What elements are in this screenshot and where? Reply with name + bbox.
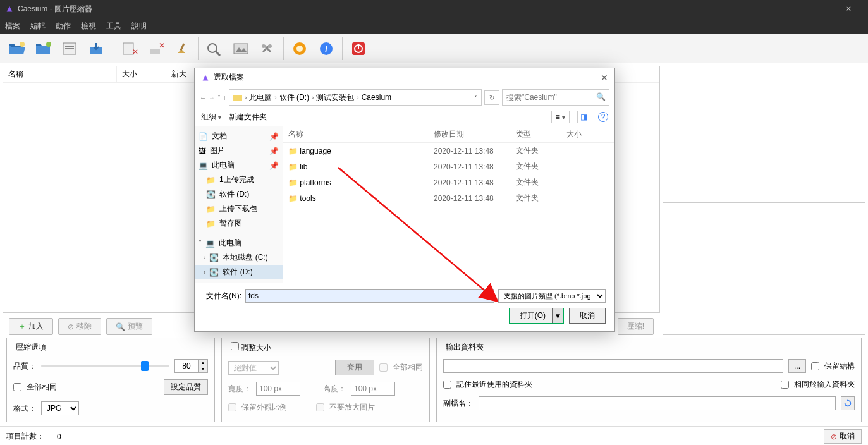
height-input[interactable]	[351, 382, 395, 396]
zoom-icon[interactable]	[202, 37, 226, 61]
open-folder-icon[interactable]	[32, 37, 56, 61]
suffix-input[interactable]	[479, 396, 836, 410]
refresh-icon[interactable]	[841, 396, 855, 410]
export-icon[interactable]: ✕	[144, 37, 168, 61]
svg-marker-23	[847, 399, 849, 402]
titlebar: Caesium - 圖片壓縮器 ─ ☐ ✕	[0, 0, 868, 18]
format-select[interactable]: JPG	[41, 401, 79, 415]
same-as-input-label: 相同於輸入資料夾	[794, 379, 855, 390]
svg-point-1	[20, 42, 25, 47]
menu-action[interactable]: 動作	[56, 21, 71, 32]
svg-point-17	[296, 46, 303, 52]
set-quality-button[interactable]: 設定品質	[164, 379, 208, 395]
update-icon[interactable]	[288, 37, 312, 61]
info-icon[interactable]: i	[314, 37, 338, 61]
dialog-file-list[interactable]: 名称 修改日期 类型 大小 📁 language2020-12-11 13:48…	[283, 126, 614, 283]
resize-enable-checkbox[interactable]	[231, 342, 239, 350]
open-button[interactable]: 打开(O)▼	[509, 308, 564, 324]
resize-mode-select[interactable]: 絕對值	[228, 361, 279, 375]
remove-item-icon[interactable]: ✕	[117, 37, 141, 61]
quality-spin[interactable]: ▲▼	[174, 359, 208, 373]
view-mode-icon[interactable]: ≡ ▾	[551, 111, 570, 123]
output-panel: 輸出資料夾 ... 保留結構 記住最近使用的資料夾 相同於輸入資料夾 副檔名：	[436, 338, 862, 422]
filter-select[interactable]: 支援的圖片類型 (*.bmp *.jpg *	[498, 289, 606, 303]
breadcrumb[interactable]: › 此电脑› 软件 (D:)› 测试安装包› Caesium ˅	[229, 89, 482, 106]
status-bar: 項目計數： 0 ⊘取消	[0, 426, 868, 445]
width-label: 寬度：	[228, 384, 251, 394]
file-row: 📁 language2020-12-11 13:48文件夹	[283, 143, 614, 159]
dialog-tree[interactable]: 📄文档📌 🖼图片📌 💻此电脑📌 📁1上传完成 💽软件 (D:) 📁上传下载包 📁…	[195, 126, 283, 283]
import-icon[interactable]	[85, 37, 109, 61]
dialog-app-icon	[201, 73, 210, 82]
search-input[interactable]	[502, 89, 609, 106]
add-list-icon[interactable]	[58, 37, 82, 61]
power-icon[interactable]	[346, 37, 370, 61]
output-path-input[interactable]	[443, 359, 783, 373]
all-same-checkbox[interactable]	[13, 383, 21, 391]
browse-button[interactable]: ...	[788, 359, 806, 373]
menu-edit[interactable]: 編輯	[30, 21, 46, 32]
nav-dropdown-icon[interactable]: ˅	[217, 94, 221, 101]
quality-value[interactable]	[174, 359, 199, 373]
minimize-button[interactable]: ─	[776, 0, 805, 18]
keep-ratio-checkbox[interactable]	[228, 403, 236, 411]
remove-button[interactable]: ⊘移除	[58, 318, 101, 335]
menubar: 檔案 編輯 動作 檢視 工具 說明	[0, 18, 868, 34]
compress-button[interactable]: 壓缩!	[618, 318, 654, 335]
preview-button[interactable]: 🔍預覽	[106, 318, 152, 335]
organize-menu[interactable]: 组织 ▾	[201, 112, 221, 123]
settings-icon[interactable]	[255, 37, 279, 61]
menu-view[interactable]: 檢視	[81, 21, 96, 32]
all-same-label: 全部相同	[27, 382, 57, 393]
file-row: 📁 platforms2020-12-11 13:48文件夹	[283, 174, 614, 190]
dialog-cancel-button[interactable]: 取消	[569, 308, 606, 324]
clear-icon[interactable]	[170, 37, 194, 61]
file-row: 📁 tools2020-12-11 13:48文件夹	[283, 190, 614, 206]
menu-file[interactable]: 檔案	[5, 21, 20, 32]
col-size[interactable]: 大小	[117, 66, 166, 82]
menu-tools[interactable]: 工具	[106, 21, 121, 32]
quality-slider[interactable]	[41, 365, 169, 367]
app-icon	[5, 4, 14, 13]
height-label: 高度：	[323, 384, 346, 394]
newfolder-button[interactable]: 新建文件夹	[229, 112, 267, 123]
maximize-button[interactable]: ☐	[805, 0, 834, 18]
output-title: 輸出資料夾	[443, 342, 855, 353]
refresh-nav-icon[interactable]: ↻	[484, 90, 499, 105]
preview-pane-icon[interactable]: ◨	[577, 111, 590, 123]
col-name[interactable]: 名稱	[3, 66, 117, 82]
option-panels: 壓縮選項 品質： ▲▼ 全部相同 設定品質 格式： JPG 調整大小 絕對值	[0, 338, 868, 426]
compression-panel: 壓縮選項 品質： ▲▼ 全部相同 設定品質 格式： JPG	[6, 338, 215, 422]
width-input[interactable]	[256, 382, 300, 396]
open-file-icon[interactable]	[5, 37, 29, 61]
image-icon[interactable]	[229, 37, 253, 61]
preview-compressed	[663, 202, 865, 335]
no-enlarge-checkbox[interactable]	[316, 403, 324, 411]
close-button[interactable]: ✕	[834, 0, 863, 18]
resize-apply-button[interactable]: 套用	[335, 360, 374, 375]
svg-point-10	[208, 44, 217, 52]
keep-structure-label: 保留結構	[824, 361, 855, 372]
remember-checkbox[interactable]	[443, 381, 451, 389]
svg-point-14	[262, 44, 266, 48]
help-icon[interactable]: ?	[598, 112, 608, 122]
cancel-button[interactable]: ⊘取消	[824, 429, 862, 444]
nav-fwd-icon[interactable]: →	[209, 94, 215, 101]
compression-title: 壓縮選項	[13, 342, 208, 353]
resize-allsame-checkbox[interactable]	[379, 363, 388, 372]
keep-structure-checkbox[interactable]	[811, 362, 819, 370]
filename-input[interactable]	[245, 289, 494, 303]
same-as-input-checkbox[interactable]	[781, 381, 789, 389]
nav-back-icon[interactable]: ←	[200, 94, 206, 101]
nav-up-icon[interactable]: ↑	[223, 94, 226, 101]
svg-marker-0	[7, 6, 13, 12]
add-button[interactable]: ＋加入	[9, 318, 53, 335]
open-dropdown-icon[interactable]: ▼	[552, 308, 563, 323]
menu-help[interactable]: 說明	[131, 21, 147, 32]
keep-ratio-label: 保留外觀比例	[241, 402, 287, 413]
dialog-close-icon[interactable]: ✕	[601, 73, 608, 83]
count-label: 項目計數：	[6, 431, 44, 442]
svg-line-11	[216, 51, 220, 56]
search-icon[interactable]: 🔍	[596, 92, 606, 101]
resize-allsame-label: 全部相同	[393, 362, 423, 373]
